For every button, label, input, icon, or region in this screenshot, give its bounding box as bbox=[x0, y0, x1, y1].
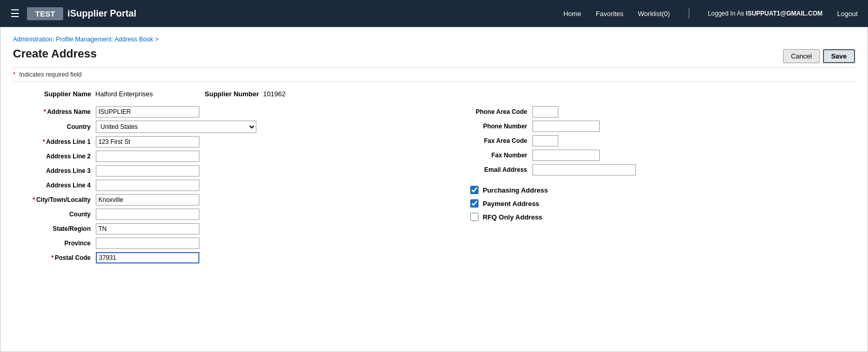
province-input[interactable] bbox=[96, 238, 199, 249]
required-note: * Indicates required field bbox=[13, 67, 855, 82]
email-label: Email Address bbox=[450, 166, 532, 173]
address-name-label: *Address Name bbox=[13, 108, 96, 115]
supplier-number-value: 101962 bbox=[263, 90, 285, 98]
province-row: Province bbox=[13, 238, 418, 249]
form-right: Phone Area Code Phone Number Fax Area Co… bbox=[450, 106, 855, 267]
state-input[interactable] bbox=[96, 223, 199, 234]
fax-area-row: Fax Area Code bbox=[450, 135, 855, 146]
form-section: *Address Name Country United States Cana… bbox=[13, 106, 855, 267]
email-row: Email Address bbox=[450, 164, 855, 175]
phone-number-row: Phone Number bbox=[450, 121, 855, 132]
rfq-address-label: RFQ Only Address bbox=[483, 213, 542, 221]
main-content: Administration: Profile Management: Addr… bbox=[0, 27, 868, 352]
supplier-number-label: Supplier Number bbox=[205, 90, 259, 98]
fax-area-label: Fax Area Code bbox=[450, 137, 532, 144]
county-label: County bbox=[13, 211, 96, 218]
header: ☰ TEST iSupplier Portal Home Favorites W… bbox=[0, 0, 868, 27]
address-line-3-row: Address Line 3 bbox=[13, 165, 418, 177]
phone-area-label: Phone Area Code bbox=[450, 108, 532, 115]
logout-button[interactable]: Logout bbox=[837, 10, 858, 18]
supplier-name-item: Supplier Name Halford Enterprises bbox=[44, 90, 153, 98]
page-title: Create Address bbox=[13, 47, 97, 61]
address-line-4-row: Address Line 4 bbox=[13, 180, 418, 191]
rfq-address-row: RFQ Only Address bbox=[470, 213, 855, 221]
phone-number-input[interactable] bbox=[532, 121, 600, 132]
fax-number-label: Fax Number bbox=[450, 152, 532, 159]
breadcrumb[interactable]: Administration: Profile Management: Addr… bbox=[13, 36, 855, 43]
county-input[interactable] bbox=[96, 209, 199, 220]
postal-code-input[interactable] bbox=[96, 252, 199, 263]
phone-area-input[interactable] bbox=[532, 106, 558, 118]
address-line-3-input[interactable] bbox=[96, 165, 199, 177]
action-buttons: Cancel Save bbox=[783, 49, 855, 63]
nav-favorites[interactable]: Favorites bbox=[596, 10, 623, 18]
state-row: State/Region bbox=[13, 223, 418, 234]
logged-in-label: Logged In As ISUPPUAT1@GMAIL.COM bbox=[708, 10, 823, 17]
postal-code-label: *Postal Code bbox=[13, 254, 96, 261]
checkboxes-section: Purchasing Address Payment Address RFQ O… bbox=[450, 186, 855, 221]
supplier-name-label: Supplier Name bbox=[44, 90, 91, 98]
fax-area-input[interactable] bbox=[532, 135, 558, 146]
required-star: * bbox=[13, 71, 16, 78]
address-line-1-input[interactable] bbox=[96, 136, 199, 148]
save-button[interactable]: Save bbox=[823, 49, 855, 63]
address-line-4-input[interactable] bbox=[96, 180, 199, 191]
phone-area-row: Phone Area Code bbox=[450, 106, 855, 118]
nav-worklist[interactable]: Worklist(0) bbox=[638, 10, 670, 18]
address-line-1-row: *Address Line 1 bbox=[13, 136, 418, 148]
address-line-1-label: *Address Line 1 bbox=[13, 138, 96, 145]
state-label: State/Region bbox=[13, 225, 96, 232]
supplier-info-row: Supplier Name Halford Enterprises Suppli… bbox=[44, 90, 855, 98]
app-label: TEST bbox=[27, 7, 63, 20]
nav-home[interactable]: Home bbox=[563, 10, 582, 18]
address-name-row: *Address Name bbox=[13, 106, 418, 118]
email-input[interactable] bbox=[532, 164, 636, 175]
fax-number-row: Fax Number bbox=[450, 150, 855, 161]
province-label: Province bbox=[13, 240, 96, 247]
nav-divider bbox=[689, 8, 689, 19]
purchasing-address-label: Purchasing Address bbox=[483, 186, 548, 194]
county-row: County bbox=[13, 209, 418, 220]
phone-number-label: Phone Number bbox=[450, 123, 532, 130]
address-line-4-label: Address Line 4 bbox=[13, 182, 96, 189]
country-row: Country United States Canada United King… bbox=[13, 121, 418, 133]
payment-address-checkbox[interactable] bbox=[470, 199, 479, 208]
supplier-name-value: Halford Enterprises bbox=[95, 90, 153, 98]
address-line-2-label: Address Line 2 bbox=[13, 153, 96, 160]
menu-icon[interactable]: ☰ bbox=[10, 7, 20, 20]
address-line-2-row: Address Line 2 bbox=[13, 151, 418, 162]
country-label: Country bbox=[13, 123, 96, 130]
portal-title: iSupplier Portal bbox=[67, 8, 136, 19]
supplier-number-item: Supplier Number 101962 bbox=[205, 90, 285, 98]
address-line-3-label: Address Line 3 bbox=[13, 167, 96, 174]
page-header: Create Address Cancel Save bbox=[13, 47, 855, 63]
purchasing-address-checkbox[interactable] bbox=[470, 186, 479, 194]
address-name-input[interactable] bbox=[96, 106, 199, 118]
logged-in-user: ISUPPUAT1@GMAIL.COM bbox=[746, 10, 822, 17]
city-row: *City/Town/Locality bbox=[13, 194, 418, 206]
required-note-text: Indicates required field bbox=[19, 71, 82, 78]
cancel-button[interactable]: Cancel bbox=[783, 49, 819, 63]
rfq-address-checkbox[interactable] bbox=[470, 213, 479, 221]
payment-address-row: Payment Address bbox=[470, 199, 855, 208]
postal-code-row: *Postal Code bbox=[13, 252, 418, 263]
city-input[interactable] bbox=[96, 194, 199, 206]
purchasing-address-row: Purchasing Address bbox=[470, 186, 855, 194]
payment-address-label: Payment Address bbox=[483, 200, 539, 208]
city-label: *City/Town/Locality bbox=[13, 196, 96, 203]
header-nav: Home Favorites Worklist(0) Logged In As … bbox=[563, 8, 858, 19]
address-line-2-input[interactable] bbox=[96, 151, 199, 162]
fax-number-input[interactable] bbox=[532, 150, 600, 161]
country-select[interactable]: United States Canada United Kingdom bbox=[96, 121, 256, 133]
form-left: *Address Name Country United States Cana… bbox=[13, 106, 418, 267]
